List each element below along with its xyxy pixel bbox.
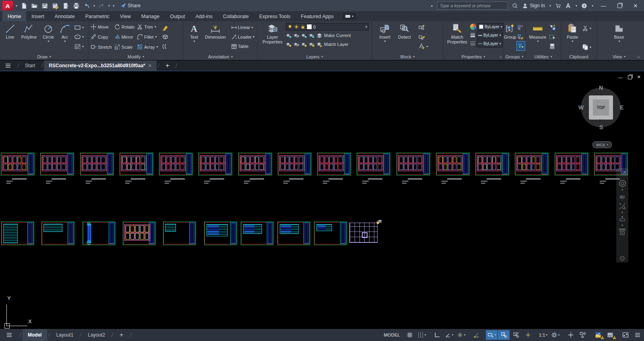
hatch-button[interactable]: ▾ — [73, 42, 85, 51]
viewcube-west[interactable]: W — [578, 104, 584, 111]
status-object-snap-tracking-button[interactable] — [471, 330, 482, 340]
save-as-icon[interactable] — [51, 2, 59, 10]
text-button[interactable]: A Text▾ — [186, 21, 202, 52]
status-snap-mode-button[interactable]: ▾ — [416, 330, 427, 340]
sheet-thumbnail-row1-1[interactable] — [1, 153, 35, 184]
navigation-wheel-icon[interactable] — [619, 180, 626, 187]
ribbon-tab-featured-apps[interactable]: Featured Apps — [296, 11, 339, 21]
table-button[interactable]: Table — [230, 42, 255, 51]
app-store-icon[interactable] — [555, 3, 561, 9]
signin-caret-icon[interactable]: ▾ — [549, 4, 551, 8]
sheet-thumbnail-row2-10-frame-plan[interactable] — [347, 221, 380, 254]
drawing-restore-icon[interactable] — [628, 75, 632, 79]
view-panel-label[interactable]: View▾ — [597, 52, 641, 60]
drawing-canvas[interactable]: — ✕ N W E S TOP WCS▾ ✕ ▾ ▾ ▾ — [0, 71, 644, 329]
ungroup-button[interactable] — [516, 23, 525, 32]
search-icon[interactable] — [512, 3, 518, 9]
status-annotation-scale-button[interactable]: 1:1▾ — [537, 330, 549, 340]
explode-button[interactable] — [161, 33, 169, 41]
snap-mode-caret-icon[interactable]: ▾ — [425, 333, 426, 337]
drawing-close-icon[interactable]: ✕ — [637, 74, 641, 80]
fillet-button[interactable]: Fillet▾ — [136, 32, 159, 42]
sheet-thumbnail-row1-3[interactable] — [80, 153, 114, 184]
status-clean-screen-button[interactable] — [619, 330, 631, 340]
polar-tracking-caret-icon[interactable]: ▾ — [452, 333, 454, 337]
layer-lock-icon[interactable] — [309, 33, 315, 39]
ellipse-button[interactable]: ▾ — [73, 33, 85, 41]
share-button[interactable]: Share — [120, 3, 140, 9]
status-annotation-monitor-button[interactable] — [565, 330, 576, 340]
sheet-thumbnail-row2-5-table-small[interactable] — [163, 221, 196, 254]
edit-attributes-button[interactable]: ▾ — [418, 42, 429, 51]
sign-in-button[interactable]: Sign In — [522, 3, 545, 9]
status-selection-cycling-button[interactable] — [522, 330, 534, 340]
help-caret-icon[interactable]: ▾ — [592, 4, 593, 8]
tab-layout1[interactable]: Layout1 — [51, 329, 79, 341]
orbit-icon[interactable] — [619, 215, 626, 223]
search-input[interactable] — [437, 2, 508, 10]
group-button[interactable]: Group — [504, 21, 516, 52]
offset-button[interactable] — [161, 42, 169, 51]
layer-isolate-icon[interactable] — [293, 33, 299, 39]
layer-select[interactable]: 0 ▾ — [286, 23, 369, 31]
status-model-space[interactable]: MODEL — [380, 330, 403, 340]
block-panel-label[interactable]: Block▾ — [372, 52, 443, 60]
sheet-thumbnail-row1-6[interactable] — [198, 153, 232, 184]
circle-button[interactable]: Circle▾ — [39, 21, 57, 52]
leader-button[interactable]: Leader▾ — [230, 33, 255, 41]
properties-expander-icon[interactable]: ↘ — [499, 55, 502, 59]
file-tabs-menu-icon[interactable] — [0, 60, 16, 71]
trim-button[interactable]: Trim▾ — [136, 22, 159, 32]
workspace-switching-caret-icon[interactable]: ▾ — [558, 333, 560, 337]
rectangle-button[interactable]: ▾ — [73, 23, 85, 32]
cut-button[interactable]: ▾ — [581, 24, 592, 33]
match-properties-button[interactable]: Match Properties — [445, 21, 470, 52]
drawing-minimize-icon[interactable]: — — [618, 75, 623, 80]
viewcube-top-face[interactable]: TOP — [589, 95, 613, 120]
tab-layout2[interactable]: Layout2 — [83, 329, 110, 341]
show-motion-icon[interactable] — [619, 228, 626, 236]
status-workspace-switching-button[interactable]: ▾ — [549, 330, 561, 340]
status-object-snap-button[interactable] — [498, 330, 510, 340]
navbar-orbit-caret-icon[interactable]: ▾ — [621, 224, 623, 227]
quick-select-button[interactable] — [548, 23, 556, 32]
match-layer-icon[interactable] — [316, 41, 322, 48]
sheet-thumbnail-row1-10[interactable] — [357, 153, 390, 184]
layer-thaw2-icon[interactable] — [301, 41, 307, 48]
undo-icon[interactable] — [83, 2, 91, 10]
sheet-thumbnail-row2-6-bars-wide[interactable] — [204, 221, 237, 254]
view-expander-icon[interactable]: ↘ — [637, 55, 640, 59]
sheet-thumbnail-row1-9[interactable] — [317, 153, 351, 184]
export-icon[interactable] — [62, 2, 70, 10]
move-button[interactable]: Move — [89, 22, 113, 32]
object-color-select[interactable]: ByLayer ▾ — [477, 23, 504, 31]
autocad-logo[interactable]: A — [2, 1, 13, 10]
base-button[interactable]: Base▾ — [609, 21, 629, 52]
linetype-icon[interactable] — [470, 41, 476, 47]
polyline-button[interactable]: Polyline — [19, 21, 39, 52]
linear-button[interactable]: Linear▾ — [230, 23, 255, 32]
ribbon-tab-express-tools[interactable]: Express Tools — [254, 11, 296, 21]
insert-button[interactable]: Insert▾ — [375, 21, 394, 52]
redo-caret-icon[interactable]: ▾ — [108, 4, 110, 8]
rotate-button[interactable]: Rotate — [113, 22, 136, 32]
ribbon-display-toggle[interactable]: ▾ — [343, 13, 356, 20]
layers-panel-label[interactable]: Layers▾ — [258, 52, 372, 60]
draw-panel-label[interactable]: Draw▾ — [0, 52, 88, 60]
status-ortho-mode-button[interactable] — [431, 330, 443, 340]
sheet-thumbnail-row1-7[interactable] — [238, 153, 272, 184]
quick-calc-button[interactable] — [548, 42, 556, 51]
new-file-icon[interactable] — [20, 2, 28, 10]
navbar-customize-icon[interactable] — [620, 256, 625, 261]
status-grid-display-button[interactable] — [404, 330, 415, 340]
dynamic-input-caret-icon[interactable]: ▾ — [495, 333, 496, 337]
array-button[interactable]: Array▾ — [136, 42, 159, 52]
sheet-thumbnail-row1-15[interactable] — [555, 153, 588, 184]
mirror-button[interactable]: Mirror — [113, 32, 136, 42]
sheet-thumbnail-row1-5[interactable] — [159, 153, 193, 184]
redo-icon[interactable] — [97, 2, 105, 10]
undo-caret-icon[interactable]: ▾ — [93, 4, 95, 8]
status-dynamic-input-button[interactable]: ▾ — [486, 330, 497, 340]
modify-panel-label[interactable]: Modify▾ — [89, 52, 183, 60]
tab-model[interactable]: Model — [23, 329, 47, 341]
